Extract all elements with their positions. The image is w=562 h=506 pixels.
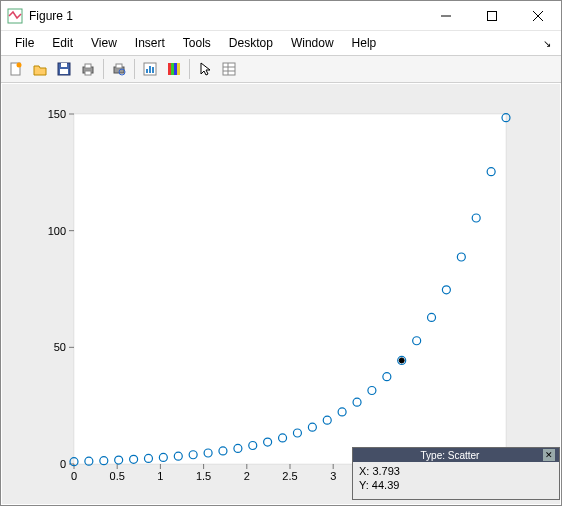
save-button[interactable] [53, 58, 75, 80]
scatter-plot[interactable]: 05010015000.511.522.533.5 [2, 84, 562, 506]
property-inspector-button[interactable] [218, 58, 240, 80]
print-preview-button[interactable] [108, 58, 130, 80]
svg-rect-19 [152, 67, 154, 73]
svg-text:50: 50 [54, 341, 66, 353]
svg-text:150: 150 [48, 108, 66, 120]
menu-file[interactable]: File [7, 34, 42, 52]
svg-rect-2 [488, 11, 497, 20]
open-button[interactable] [29, 58, 51, 80]
svg-rect-18 [149, 66, 151, 73]
new-figure-button[interactable] [5, 58, 27, 80]
svg-rect-17 [146, 69, 148, 73]
svg-point-84 [399, 358, 404, 363]
minimize-button[interactable] [423, 1, 469, 31]
toolbar [1, 55, 561, 83]
maximize-button[interactable] [469, 1, 515, 31]
svg-rect-8 [61, 63, 67, 67]
svg-rect-22 [174, 63, 177, 75]
svg-rect-21 [171, 63, 174, 75]
print-button[interactable] [77, 58, 99, 80]
data-tip-x-value: X: 3.793 [359, 464, 553, 478]
menu-desktop[interactable]: Desktop [221, 34, 281, 52]
svg-rect-24 [223, 63, 235, 75]
svg-text:2: 2 [244, 470, 250, 482]
link-plot-button[interactable] [139, 58, 161, 80]
svg-text:3: 3 [330, 470, 336, 482]
menu-insert[interactable]: Insert [127, 34, 173, 52]
data-tip-header: Type: Scatter ✕ [353, 448, 559, 462]
data-tip[interactable]: Type: Scatter ✕ X: 3.793 Y: 44.39 [352, 447, 560, 500]
svg-text:100: 100 [48, 225, 66, 237]
svg-text:1.5: 1.5 [196, 470, 211, 482]
window-title: Figure 1 [29, 9, 423, 23]
window-controls [423, 1, 561, 31]
menubar: File Edit View Insert Tools Desktop Wind… [1, 31, 561, 55]
menu-help[interactable]: Help [344, 34, 385, 52]
figure-canvas[interactable]: 05010015000.511.522.533.5 Type: Scatter … [2, 84, 560, 504]
data-tip-type-label: Type: Scatter [357, 450, 543, 461]
toolbar-separator [189, 59, 190, 79]
svg-rect-23 [177, 63, 180, 75]
svg-rect-14 [116, 64, 122, 68]
svg-rect-20 [168, 63, 171, 75]
toolbar-separator [134, 59, 135, 79]
svg-text:0: 0 [60, 458, 66, 470]
data-tip-body: X: 3.793 Y: 44.39 [353, 462, 559, 499]
menu-edit[interactable]: Edit [44, 34, 81, 52]
close-button[interactable] [515, 1, 561, 31]
svg-rect-11 [85, 64, 91, 68]
titlebar: Figure 1 [1, 1, 561, 31]
app-icon [7, 8, 23, 24]
menu-window[interactable]: Window [283, 34, 342, 52]
data-tip-close-icon[interactable]: ✕ [543, 449, 555, 461]
toolbar-separator [103, 59, 104, 79]
menu-tools[interactable]: Tools [175, 34, 219, 52]
menu-dock-arrow-icon[interactable]: ↘ [543, 38, 555, 49]
svg-text:1: 1 [157, 470, 163, 482]
svg-point-6 [17, 63, 22, 68]
svg-rect-28 [74, 114, 506, 464]
svg-rect-12 [85, 71, 91, 75]
svg-text:0.5: 0.5 [110, 470, 125, 482]
data-tip-y-value: Y: 44.39 [359, 478, 553, 492]
svg-rect-9 [60, 69, 68, 74]
menu-view[interactable]: View [83, 34, 125, 52]
svg-text:2.5: 2.5 [282, 470, 297, 482]
edit-plot-button[interactable] [194, 58, 216, 80]
svg-text:0: 0 [71, 470, 77, 482]
colorbar-button[interactable] [163, 58, 185, 80]
